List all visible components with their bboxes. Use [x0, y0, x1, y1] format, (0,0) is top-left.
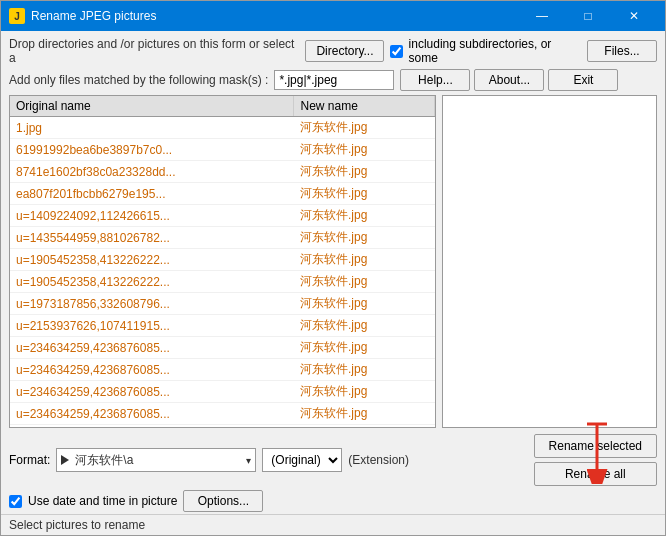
new-name-cell: 河东软件.jpg — [294, 205, 435, 227]
table-row[interactable]: u=2153937626,107411915...河东软件.jpg — [10, 315, 435, 337]
mask-label: Add only files matched by the following … — [9, 73, 268, 87]
rename-selected-button[interactable]: Rename selected — [534, 434, 657, 458]
original-name-cell: 8741e1602bf38c0a23328dd... — [10, 161, 294, 183]
help-button[interactable]: Help... — [400, 69, 470, 91]
original-name-cell: u=234634259,4236876085... — [10, 381, 294, 403]
table-row[interactable]: u=1905452358,413226222...河东软件.jpg — [10, 249, 435, 271]
new-name-cell: 河东软件.jpg — [294, 315, 435, 337]
new-name-cell: 河东软件.jpg — [294, 359, 435, 381]
table-row[interactable]: u=1409224092,112426615...河东软件.jpg — [10, 205, 435, 227]
exit-button[interactable]: Exit — [548, 69, 618, 91]
mask-input[interactable] — [274, 70, 394, 90]
original-name-cell: u=1905452358,413226222... — [10, 249, 294, 271]
top-controls-row1: Drop directories and /or pictures on thi… — [1, 31, 665, 67]
status-bar: Select pictures to rename — [1, 514, 665, 535]
format-dropdown-arrow: ▾ — [246, 455, 251, 466]
extension-label: (Extension) — [348, 453, 409, 467]
including-subdirectories-checkbox[interactable] — [390, 45, 403, 58]
original-name-cell: u=234634259,4236876085... — [10, 337, 294, 359]
table-row[interactable]: u=234634259,4236876085...河东软件.jpg — [10, 359, 435, 381]
format-select[interactable]: 河东软件\a ▾ — [56, 448, 256, 472]
original-name-cell: u=234634259,4236876085... — [10, 403, 294, 425]
original-name-cell: u=2153937626,107411915... — [10, 315, 294, 337]
new-name-cell: 河东软件.jpg — [294, 117, 435, 139]
table-row[interactable]: 1.jpg河东软件.jpg — [10, 117, 435, 139]
main-window: J Rename JPEG pictures — □ ✕ Drop direct… — [0, 0, 666, 536]
status-text: Select pictures to rename — [9, 518, 145, 532]
original-name-cell: 61991992bea6be3897b7c0... — [10, 139, 294, 161]
new-name-cell: 河东软件.jpg — [294, 403, 435, 425]
about-button[interactable]: About... — [474, 69, 544, 91]
window-body: Drop directories and /or pictures on thi… — [1, 31, 665, 535]
file-table: Original name New name 1.jpg河东软件.jpg6199… — [10, 96, 435, 428]
app-icon: J — [9, 8, 25, 24]
main-area: Original name New name 1.jpg河东软件.jpg6199… — [1, 95, 665, 428]
new-name-cell: 河东软件.jpg — [294, 161, 435, 183]
table-row[interactable]: 8741e1602bf38c0a23328dd...河东软件.jpg — [10, 161, 435, 183]
format-play-icon — [61, 455, 69, 465]
preview-panel — [442, 95, 657, 428]
use-date-time-checkbox[interactable] — [9, 495, 22, 508]
col-original-header: Original name — [10, 96, 294, 117]
options-row: Use date and time in picture Options... — [9, 490, 657, 512]
new-name-cell: 河东软件.jpg — [294, 271, 435, 293]
options-button[interactable]: Options... — [183, 490, 263, 512]
original-name-cell: ea807f201fbcbb6279e195... — [10, 183, 294, 205]
title-bar: J Rename JPEG pictures — □ ✕ — [1, 1, 665, 31]
table-row[interactable]: u=1435544959,881026782...河东软件.jpg — [10, 227, 435, 249]
original-name-cell: u=1435544959,881026782... — [10, 227, 294, 249]
col-new-header: New name — [294, 96, 435, 117]
table-row[interactable]: u=1973187856,332608796...河东软件.jpg — [10, 293, 435, 315]
rename-all-button[interactable]: Rename all — [534, 462, 657, 486]
directory-button[interactable]: Directory... — [305, 40, 383, 62]
new-name-cell: 河东软件.jpg — [294, 183, 435, 205]
close-button[interactable]: ✕ — [611, 1, 657, 31]
drop-instruction-text: Drop directories and /or pictures on thi… — [9, 37, 299, 65]
format-label: Format: — [9, 453, 50, 467]
window-controls: — □ ✕ — [519, 1, 657, 31]
table-row[interactable]: u=234634259,4236876085...河东软件.jpg — [10, 381, 435, 403]
window-title: Rename JPEG pictures — [31, 9, 519, 23]
table-row[interactable]: u=1905452358,413226222...河东软件.jpg — [10, 271, 435, 293]
files-button[interactable]: Files... — [587, 40, 657, 62]
new-name-cell: 河东软件.jpg — [294, 293, 435, 315]
minimize-button[interactable]: — — [519, 1, 565, 31]
new-name-cell: 河东软件.jpg — [294, 337, 435, 359]
top-controls-row2: Add only files matched by the following … — [1, 67, 665, 95]
help-about-row: Help... About... Exit — [400, 69, 618, 91]
new-name-cell: 河东软件.jpg — [294, 381, 435, 403]
new-name-cell: 河东软件.jpg — [294, 227, 435, 249]
original-name-cell: 1.jpg — [10, 117, 294, 139]
format-row: Format: 河东软件\a ▾ (Original) (Extension) … — [9, 434, 657, 486]
table-row[interactable]: ea807f201fbcbb6279e195...河东软件.jpg — [10, 183, 435, 205]
new-name-cell: 河东软件.jpg — [294, 249, 435, 271]
original-name-cell: u=234634259,4236876085... — [10, 359, 294, 381]
bottom-section: Format: 河东软件\a ▾ (Original) (Extension) … — [1, 428, 665, 514]
original-name-cell: u=1905452358,413226222... — [10, 271, 294, 293]
original-name-cell: u=1409224092,112426615... — [10, 205, 294, 227]
format-value: 河东软件\a — [75, 452, 246, 469]
original-select[interactable]: (Original) — [262, 448, 342, 472]
new-name-cell: 河东软件.jpg — [294, 139, 435, 161]
table-row[interactable]: u=234634259,4236876085...河东软件.jpg — [10, 337, 435, 359]
including-subdirectories-label: including subdirectories, or some — [409, 37, 581, 65]
table-row[interactable]: 61991992bea6be3897b7c0...河东软件.jpg — [10, 139, 435, 161]
file-table-container[interactable]: Original name New name 1.jpg河东软件.jpg6199… — [9, 95, 436, 428]
original-name-cell: u=1973187856,332608796... — [10, 293, 294, 315]
use-date-time-label: Use date and time in picture — [28, 494, 177, 508]
table-row[interactable]: u=234634259,4236876085...河东软件.jpg — [10, 403, 435, 425]
rename-buttons: Rename selected Rename all — [534, 434, 657, 486]
maximize-button[interactable]: □ — [565, 1, 611, 31]
